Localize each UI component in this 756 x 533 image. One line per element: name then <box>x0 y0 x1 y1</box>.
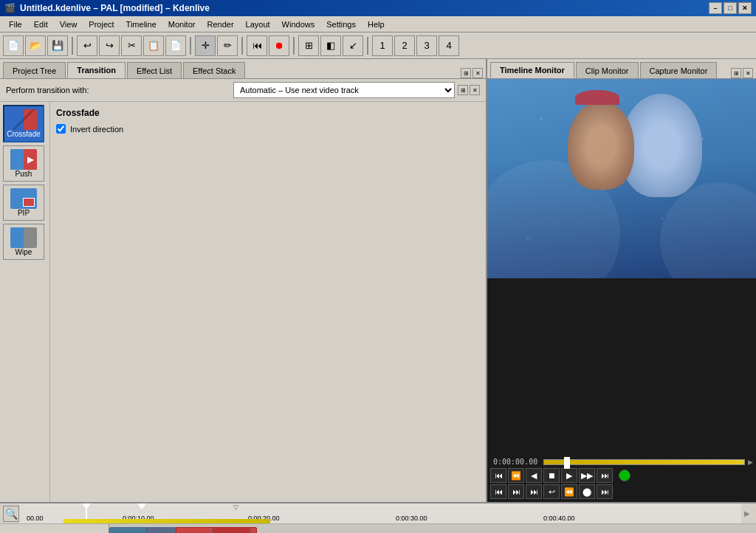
transition-track-select[interactable]: Automatic – Use next video track <box>233 82 455 98</box>
panel-header-float-btn[interactable]: ⊞ <box>458 85 468 95</box>
monitor-progress-bar[interactable] <box>543 459 745 465</box>
toolbar-snap-btn[interactable]: ◧ <box>320 35 341 56</box>
monitor-time-display: 0:00:00.00 <box>490 458 540 466</box>
tab-clip-monitor[interactable]: Clip Monitor <box>576 62 639 78</box>
monitor-goto-start-btn[interactable]: ⏮ <box>490 468 506 483</box>
monitor-goto-end-btn[interactable]: ⏭ <box>597 468 613 483</box>
transition-crossfade-btn[interactable]: Crossfade <box>3 105 44 142</box>
main-layout: Project Tree Transition Effect List Effe… <box>0 59 756 502</box>
monitor-next-frame-btn[interactable]: ▶▶ <box>579 468 595 483</box>
tab-capture-monitor[interactable]: Capture Monitor <box>640 62 718 78</box>
app-icon: 🎬 <box>4 3 16 13</box>
toolbar-rec-btn[interactable]: ⏺ <box>269 35 289 56</box>
track-labels: – Track 0 🔊 🔒 – Track 1 🔊 🔒 <box>0 524 109 533</box>
video-frame <box>487 79 756 278</box>
monitor-expand-btn[interactable]: ▶ <box>748 458 753 466</box>
transition-push-btn[interactable]: ▶ Push <box>3 145 44 182</box>
transition-header: Perform transition with: Automatic – Use… <box>0 79 486 102</box>
toolbar-razor-btn[interactable]: ✏ <box>217 35 238 56</box>
panel-close-btn[interactable]: ✕ <box>472 68 483 78</box>
monitor-prev-frame-btn[interactable]: ◀ <box>526 468 542 483</box>
menu-bar: File Edit View Project Timeline Monitor … <box>0 16 756 32</box>
tab-project-tree[interactable]: Project Tree <box>3 62 66 78</box>
toolbar-new-btn[interactable]: 📄 <box>3 35 24 56</box>
invert-direction-checkbox[interactable] <box>56 124 66 134</box>
menu-view[interactable]: View <box>54 18 83 30</box>
menu-settings[interactable]: Settings <box>320 18 362 30</box>
progress-marker <box>564 457 570 469</box>
track-row-0: meisterito. <box>109 524 756 533</box>
crossfade-title: Crossfade <box>56 108 480 118</box>
timeline-highlight-bar <box>63 519 270 523</box>
panel-header-close-btn[interactable]: ✕ <box>470 85 480 95</box>
monitor-rewind-btn[interactable]: ⏪ <box>508 468 524 483</box>
monitor-extract-btn[interactable]: ⏭ <box>526 484 542 499</box>
monitor-play-btn[interactable]: ▶ <box>561 468 577 483</box>
toolbar-num4-btn[interactable]: 4 <box>439 35 459 56</box>
pip-label: PIP <box>18 209 30 217</box>
loop-start-marker <box>137 503 146 509</box>
toolbar-num3-btn[interactable]: 3 <box>416 35 437 56</box>
toolbar-redo-btn[interactable]: ↪ <box>99 35 120 56</box>
menu-project[interactable]: Project <box>83 18 120 30</box>
maximize-button[interactable]: □ <box>724 2 737 14</box>
title-bar: 🎬 Untitled.kdenlive – PAL [modified] – K… <box>0 0 756 16</box>
toolbar-paste-btn[interactable]: 📄 <box>165 35 186 56</box>
monitor-close-btn[interactable]: ✕ <box>743 68 753 78</box>
wipe-icon <box>10 227 37 248</box>
title-bar-left: 🎬 Untitled.kdenlive – PAL [modified] – K… <box>4 3 210 13</box>
toolbar-divider-5 <box>367 37 368 55</box>
clip-0-1[interactable] <box>176 527 257 533</box>
monitor-dot-btn[interactable]: ⬤ <box>579 484 595 499</box>
monitor-rewind2-btn[interactable]: ⏪ <box>561 484 577 499</box>
monitor-mark-out-btn[interactable]: ⏭ <box>508 484 524 499</box>
tab-transition[interactable]: Transition <box>67 62 126 78</box>
menu-windows[interactable]: Windows <box>276 18 321 30</box>
monitor-mark-in-btn[interactable]: ⏮ <box>490 484 506 499</box>
timeline-zoom-btn[interactable]: 🔍 <box>3 506 19 522</box>
menu-help[interactable]: Help <box>362 18 391 30</box>
menu-edit[interactable]: Edit <box>28 18 54 30</box>
panel-float-btn[interactable]: ⊞ <box>461 68 471 78</box>
window-title: Untitled.kdenlive – PAL [modified] – Kde… <box>20 3 210 13</box>
scene-overlay <box>487 79 756 278</box>
toolbar-undo-btn[interactable]: ↩ <box>77 35 97 56</box>
tab-timeline-monitor[interactable]: Timeline Monitor <box>490 62 574 78</box>
timeline-play-btn[interactable]: ▶ <box>741 508 753 520</box>
transition-wipe-btn[interactable]: Wipe <box>3 224 44 260</box>
menu-timeline[interactable]: Timeline <box>120 18 162 30</box>
toolbar-divider-1 <box>72 37 73 55</box>
toolbar-grid-btn[interactable]: ⊞ <box>298 35 319 56</box>
transition-label: Perform transition with: <box>6 86 89 94</box>
menu-file[interactable]: File <box>3 18 28 30</box>
transition-panel: Perform transition with: Automatic – Use… <box>0 79 486 502</box>
monitor-record-btn[interactable] <box>619 470 630 481</box>
monitor-stop-btn[interactable]: ⏹ <box>543 468 560 483</box>
monitor-undo-btn[interactable]: ↩ <box>543 484 560 499</box>
wipe-label: Wipe <box>16 248 32 256</box>
transition-sidebar: Crossfade ▶ Push PIP <box>0 102 50 502</box>
transition-main: Crossfade Invert direction <box>50 102 486 502</box>
toolbar-open-btn[interactable]: 📂 <box>25 35 46 56</box>
toolbar-num2-btn[interactable]: 2 <box>394 35 415 56</box>
menu-monitor[interactable]: Monitor <box>162 18 202 30</box>
toolbar-copy-btn[interactable]: 📋 <box>143 35 164 56</box>
toolbar-in-btn[interactable]: ⏮ <box>247 35 267 56</box>
title-bar-controls[interactable]: – □ ✕ <box>709 2 752 14</box>
transition-pip-btn[interactable]: PIP <box>3 185 44 221</box>
menu-render[interactable]: Render <box>201 18 239 30</box>
toolbar-num1-btn[interactable]: 1 <box>372 35 393 56</box>
menu-layout[interactable]: Layout <box>240 18 276 30</box>
minimize-button[interactable]: – <box>709 2 722 14</box>
toolbar-insert-btn[interactable]: ↙ <box>343 35 363 56</box>
tab-effect-list[interactable]: Effect List <box>127 62 182 78</box>
tab-effect-stack[interactable]: Effect Stack <box>183 62 246 78</box>
track-label-0: – Track 0 🔊 🔒 <box>0 524 109 533</box>
push-label: Push <box>16 170 32 178</box>
close-button[interactable]: ✕ <box>738 2 752 14</box>
monitor-next2-btn[interactable]: ⏭ <box>597 484 613 499</box>
toolbar-save-btn[interactable]: 💾 <box>47 35 68 56</box>
monitor-float-btn[interactable]: ⊞ <box>731 68 741 78</box>
toolbar-cut-btn[interactable]: ✂ <box>121 35 142 56</box>
toolbar-select-btn[interactable]: ✛ <box>195 35 216 56</box>
